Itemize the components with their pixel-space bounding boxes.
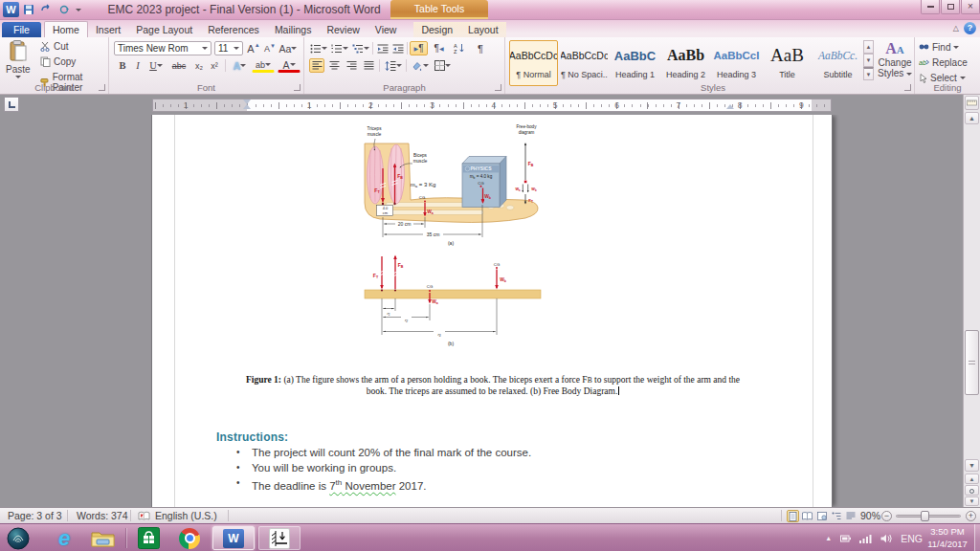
bullets-button[interactable] [309,41,328,55]
replace-button[interactable]: ab Replace [919,57,968,68]
proofing-status-icon[interactable] [138,511,150,521]
align-right-button[interactable] [344,58,359,73]
minimize-button[interactable] [921,0,940,14]
network-signal-icon[interactable] [859,534,872,543]
ruler-toggle-button[interactable] [965,96,979,110]
bold-button[interactable]: B [115,58,130,73]
style-heading-2[interactable]: AaBbHeading 2 [661,40,710,86]
undo-icon[interactable] [40,4,53,15]
italic-button[interactable]: I [130,58,145,73]
scrollbar-thumb[interactable] [965,330,979,395]
show-hide-marks-button[interactable]: ¶ [473,41,488,55]
engineering-app-taskbar-button[interactable] [258,526,301,550]
tab-references[interactable]: References [200,22,267,37]
close-button[interactable]: × [961,0,980,14]
battery-icon[interactable] [840,534,851,543]
change-case-button[interactable]: Aa [278,41,298,55]
copy-button[interactable]: Copy [40,56,76,67]
restore-button[interactable] [941,0,960,14]
select-browse-object-icon[interactable] [965,485,979,496]
zoom-slider-thumb[interactable] [921,511,929,521]
language-tray-indicator[interactable]: ENG [901,533,923,544]
tab-design[interactable]: Design [413,22,460,37]
hanging-indent-marker[interactable] [243,104,251,109]
style-title[interactable]: AaBTitle [763,40,812,86]
windows-store-button[interactable] [134,526,163,550]
horizontal-ruler[interactable]: 1123456789 [152,99,832,112]
cut-button[interactable]: Cut [40,41,69,52]
previous-page-icon[interactable]: ▲ [965,474,979,484]
tab-review[interactable]: Review [319,22,367,37]
gallery-more-icon[interactable]: ▼ [863,67,874,80]
next-page-icon[interactable]: ▼ [965,496,979,506]
paste-button[interactable]: Paste [6,40,31,78]
help-icon[interactable]: ? [964,22,976,34]
gallery-scroll-down-icon[interactable]: ▼ [863,54,874,67]
web-layout-view-button[interactable] [815,510,828,522]
shrink-font-button[interactable]: A▼ [262,41,278,55]
qat-dropdown-icon[interactable] [76,9,81,11]
word-taskbar-button[interactable]: W [212,526,255,550]
internet-explorer-button[interactable]: e [50,526,78,550]
tab-stop-selector[interactable] [4,97,19,112]
font-size-combo[interactable]: 11 [214,41,243,55]
zoom-out-button[interactable]: − [881,511,892,521]
tab-view[interactable]: View [368,22,405,37]
subscript-button[interactable]: x₂ [191,58,207,73]
rtl-direction-button[interactable]: ¶◀ [430,41,448,55]
show-desktop-button[interactable] [974,524,980,551]
file-explorer-button[interactable] [88,526,117,550]
speaker-icon[interactable] [880,534,892,543]
find-button[interactable]: Find [919,42,959,53]
numbering-button[interactable] [330,41,349,55]
borders-button[interactable] [433,58,453,73]
multilevel-list-button[interactable] [351,41,370,55]
font-color-button[interactable]: A [278,58,301,73]
outline-view-button[interactable] [830,510,842,522]
fullscreen-reading-view-button[interactable] [801,510,813,522]
chrome-button[interactable] [175,526,204,550]
tab-layout[interactable]: Layout [460,22,506,37]
word-app-icon[interactable]: W [3,2,19,17]
style-subtitle[interactable]: AaBbCc.Subtitle [813,40,862,86]
font-name-combo[interactable]: Times New Rom [114,41,212,55]
right-indent-marker[interactable] [726,104,734,109]
style-heading-1[interactable]: AaBbCHeading 1 [611,40,659,86]
highlight-color-button[interactable]: ab [252,58,275,73]
strikethrough-button[interactable]: abc [168,58,189,73]
document-page[interactable]: TricepsmuscleBicepsmuscleFree-bodydiagra… [151,115,833,507]
font-dialog-launcher[interactable] [294,84,301,91]
style-heading-3[interactable]: AaBbCcIHeading 3 [712,40,761,86]
tray-expand-icon[interactable]: ▲ [825,535,832,541]
sort-button[interactable]: AZ [451,41,468,55]
align-center-button[interactable] [326,58,342,73]
underline-button[interactable]: U [145,58,167,73]
tab-file[interactable]: File [2,22,41,37]
decrease-indent-button[interactable] [375,41,390,55]
tab-page-layout[interactable]: Page Layout [128,22,200,37]
style-no-spaci[interactable]: AaBbCcDc¶ No Spaci... [560,40,609,86]
vertical-scrollbar[interactable]: ▲ ▼ ▲ ▼ [963,95,980,507]
increase-indent-button[interactable] [390,41,406,55]
language-indicator[interactable]: English (U.S.) [155,510,217,521]
clock[interactable]: 3:50 PM 11/4/2017 [923,525,972,550]
superscript-button[interactable]: x² [207,58,222,73]
grow-font-button[interactable]: A▲ [246,41,261,55]
tab-mailings[interactable]: Mailings [267,22,320,37]
gallery-scroll-up-icon[interactable]: ▲ [863,40,874,54]
collapse-ribbon-icon[interactable]: △ [953,24,959,33]
page-indicator[interactable]: Page: 3 of 3 [8,510,62,521]
paragraph-dialog-launcher[interactable] [495,84,501,91]
save-icon[interactable] [23,4,34,15]
scroll-up-icon[interactable]: ▲ [965,112,979,124]
justify-button[interactable] [361,58,376,73]
tab-home[interactable]: Home [44,21,88,37]
style-normal[interactable]: AaBbCcDc¶ Normal [509,40,558,86]
align-left-button[interactable] [309,58,324,73]
start-button[interactable] [6,526,31,550]
word-count[interactable]: Words: 374 [77,510,128,521]
ltr-direction-button[interactable]: ▶¶ [410,41,428,55]
zoom-level[interactable]: 90% [860,510,880,521]
clipboard-dialog-launcher[interactable] [99,84,105,91]
styles-dialog-launcher[interactable] [904,84,911,91]
